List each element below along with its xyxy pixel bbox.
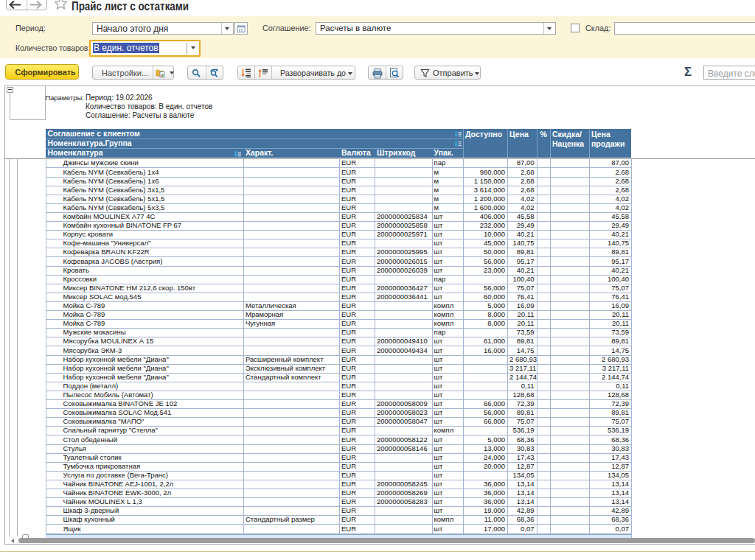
svg-text:Прайс лист с остатками: Прайс лист с остатками bbox=[72, 0, 189, 13]
